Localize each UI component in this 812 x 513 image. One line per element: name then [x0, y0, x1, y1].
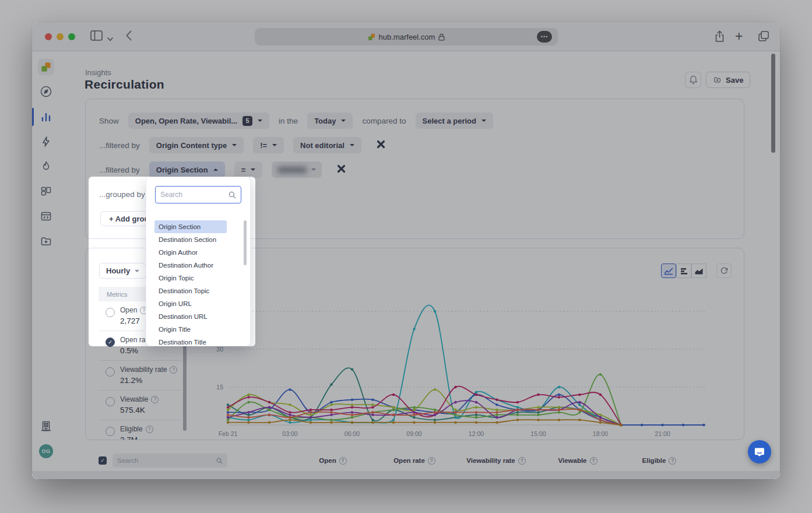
- table-column-header[interactable]: Open rate?: [374, 457, 455, 465]
- caret-down-icon: [251, 168, 255, 173]
- svg-text:03:00: 03:00: [282, 430, 297, 437]
- back-button[interactable]: [126, 30, 132, 43]
- table-column-header[interactable]: Eligible?: [618, 457, 700, 465]
- table-column-header[interactable]: Viewability rate?: [455, 457, 537, 465]
- compare-period-select[interactable]: Select a period: [416, 113, 493, 129]
- metric-row[interactable]: Eligible? 2.7M: [99, 420, 181, 440]
- help-icon[interactable]: ?: [146, 426, 153, 433]
- help-icon[interactable]: ?: [590, 457, 597, 465]
- breadcrumb: Insights: [85, 68, 111, 77]
- share-icon[interactable]: [714, 30, 725, 45]
- help-icon[interactable]: ?: [428, 457, 435, 465]
- caret-down-icon: [272, 144, 277, 149]
- dropdown-option[interactable]: Origin Author: [154, 246, 227, 259]
- metric-row[interactable]: Viewable? 575.4K: [99, 391, 181, 420]
- svg-text:15:00: 15:00: [530, 430, 546, 437]
- filter1-field-select[interactable]: Origin Content type: [149, 137, 244, 153]
- filter2-operator-select[interactable]: =: [234, 161, 263, 178]
- dropdown-option[interactable]: Destination URL: [154, 310, 227, 323]
- metric-radio[interactable]: [106, 397, 115, 406]
- dropdown-option[interactable]: Destination Author: [154, 259, 227, 272]
- filter1-field-value: Origin Content type: [156, 141, 227, 150]
- tabs-overview-icon[interactable]: [758, 30, 769, 44]
- caret-up-icon: [213, 166, 218, 171]
- period-value: Today: [314, 117, 336, 125]
- building-icon[interactable]: [40, 420, 52, 433]
- bar-chart-icon: [680, 267, 688, 275]
- filter1-operator-select[interactable]: !=: [253, 137, 284, 153]
- dropdown-option[interactable]: Destination Title: [154, 336, 227, 346]
- dropdown-option[interactable]: Destination Topic: [154, 284, 227, 297]
- help-icon[interactable]: ?: [518, 457, 526, 465]
- filter2-field-select[interactable]: Origin Section: [149, 161, 225, 178]
- metric-radio[interactable]: ✓: [106, 338, 115, 347]
- dropdown-scrollbar[interactable]: [244, 220, 247, 265]
- metric-radio[interactable]: [106, 427, 115, 436]
- analytics-icon[interactable]: [40, 110, 52, 123]
- lock-icon: [438, 33, 445, 41]
- refresh-button[interactable]: [716, 263, 732, 278]
- compass-icon[interactable]: [40, 85, 52, 98]
- new-tab-button[interactable]: +: [735, 29, 743, 44]
- metrics-multiselect[interactable]: Open, Open Rate, Viewabil... 5: [128, 113, 269, 129]
- chat-launcher-button[interactable]: [748, 440, 771, 463]
- close-window-button[interactable]: [45, 33, 52, 40]
- metric-label: Open: [120, 306, 137, 314]
- period-select[interactable]: Today: [307, 113, 353, 129]
- remove-filter1-button[interactable]: [377, 140, 385, 151]
- remove-filter2-button[interactable]: [337, 164, 346, 175]
- table-column-header[interactable]: Open?: [292, 457, 374, 465]
- dropdown-option[interactable]: Origin Topic: [154, 272, 227, 284]
- line-chart-button[interactable]: [661, 263, 676, 278]
- code-window-icon[interactable]: [40, 210, 52, 223]
- filter1-value-select[interactable]: Not editorial: [293, 137, 361, 153]
- dropdown-option[interactable]: Origin Title: [154, 323, 227, 336]
- folder-heart-icon[interactable]: [40, 235, 52, 248]
- bar-chart-button[interactable]: [676, 263, 691, 278]
- select-all-checkbox[interactable]: ✓: [99, 456, 107, 465]
- zoom-window-button[interactable]: [68, 33, 75, 40]
- help-icon[interactable]: ?: [669, 457, 676, 465]
- table-column-header[interactable]: Viewable?: [537, 457, 618, 465]
- metric-label: Eligible: [120, 425, 143, 433]
- help-icon[interactable]: ?: [339, 457, 347, 465]
- interval-select[interactable]: Hourly: [99, 263, 146, 279]
- dropdown-option[interactable]: Origin Section: [154, 220, 227, 233]
- notifications-button[interactable]: [685, 72, 701, 88]
- address-bar[interactable]: hub.marfeel.com •••: [255, 28, 558, 45]
- dropdown-option[interactable]: Origin URL: [154, 297, 227, 310]
- show-label: Show: [99, 117, 119, 125]
- table-header-row: ✓ Search Open?Open rate?Viewability rate…: [85, 452, 745, 469]
- browser-window: hub.marfeel.com ••• +: [32, 22, 780, 479]
- help-icon[interactable]: ?: [151, 396, 159, 403]
- metric-radio[interactable]: [106, 308, 115, 317]
- page-scrollbar[interactable]: [771, 54, 775, 153]
- active-nav-indicator: [32, 108, 34, 126]
- dropdown-option[interactable]: Destination Section: [154, 233, 227, 246]
- area-chart-button[interactable]: [691, 263, 706, 278]
- filter2-value-select[interactable]: [272, 161, 322, 178]
- svg-text:30: 30: [216, 346, 223, 353]
- lightning-icon[interactable]: [40, 135, 52, 148]
- line-chart[interactable]: 153045Feb 2103:0006:0009:0012:0015:0018:…: [193, 286, 729, 440]
- chevron-down-icon[interactable]: [107, 33, 113, 44]
- caret-down-icon: [350, 144, 354, 149]
- metric-radio[interactable]: [106, 367, 115, 377]
- sidebar-toggle-icon[interactable]: [90, 30, 103, 43]
- chat-bubble-icon: [754, 447, 765, 457]
- page-title: Recirculation: [85, 78, 164, 92]
- minimize-window-button[interactable]: [57, 33, 64, 40]
- in-the-label: in the: [279, 117, 298, 125]
- user-avatar[interactable]: OG: [39, 444, 53, 458]
- flame-icon[interactable]: [40, 160, 52, 173]
- folder-heart-icon: [713, 76, 722, 84]
- marfeel-logo[interactable]: [38, 59, 54, 75]
- save-button[interactable]: Save: [706, 72, 750, 88]
- table-search-input[interactable]: Search: [113, 454, 227, 468]
- layout-icon[interactable]: [40, 185, 52, 198]
- dropdown-search-input[interactable]: Search: [155, 186, 241, 203]
- help-icon[interactable]: ?: [170, 366, 177, 374]
- area-chart-icon: [694, 267, 704, 275]
- extension-badge[interactable]: •••: [537, 31, 552, 43]
- metric-row[interactable]: Viewability rate? 21.2%: [99, 361, 181, 391]
